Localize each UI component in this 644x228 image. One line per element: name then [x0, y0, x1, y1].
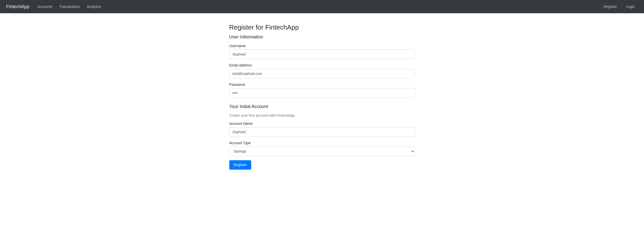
submit-group: Register: [229, 160, 415, 170]
navbar-nav: Accounts Transactions Analytics: [34, 3, 601, 11]
account-type-select[interactable]: Savings Checking Investment: [229, 146, 415, 156]
main-content: Register for FintechApp User Information…: [0, 13, 644, 180]
password-label: Password: [229, 83, 415, 87]
username-input[interactable]: [229, 49, 415, 59]
password-input[interactable]: [229, 88, 415, 98]
nav-link-login[interactable]: Login: [623, 3, 638, 11]
page-title: Register for FintechApp: [229, 23, 415, 31]
email-group: Email address: [229, 63, 415, 78]
username-group: Username: [229, 44, 415, 59]
navbar: FintechApp Accounts Transactions Analyti…: [0, 0, 644, 13]
nav-link-accounts[interactable]: Accounts: [34, 3, 55, 11]
account-section-subtitle: Create your first account with FintechAp…: [229, 113, 415, 117]
email-label: Email address: [229, 63, 415, 67]
account-name-group: Account Name: [229, 122, 415, 137]
account-section-title: Your Initial Account: [229, 104, 415, 109]
nav-link-analytics[interactable]: Analytics: [84, 3, 104, 11]
account-name-label: Account Name: [229, 122, 415, 126]
username-label: Username: [229, 44, 415, 48]
account-name-input[interactable]: [229, 127, 415, 137]
form-container: Register for FintechApp User Information…: [225, 23, 419, 170]
nav-link-register[interactable]: Register: [601, 3, 620, 11]
email-input[interactable]: [229, 69, 415, 78]
user-section-title: User Information: [229, 34, 415, 40]
account-section-divider: Your Initial Account Create your first a…: [229, 104, 415, 117]
account-type-label: Account Type: [229, 141, 415, 145]
navbar-brand[interactable]: FintechApp: [6, 4, 29, 9]
nav-link-transactions[interactable]: Transactions: [56, 3, 83, 11]
account-type-group: Account Type Savings Checking Investment: [229, 141, 415, 156]
navbar-right: Register Login: [601, 3, 638, 11]
password-group: Password: [229, 83, 415, 98]
register-button[interactable]: Register: [229, 160, 251, 170]
